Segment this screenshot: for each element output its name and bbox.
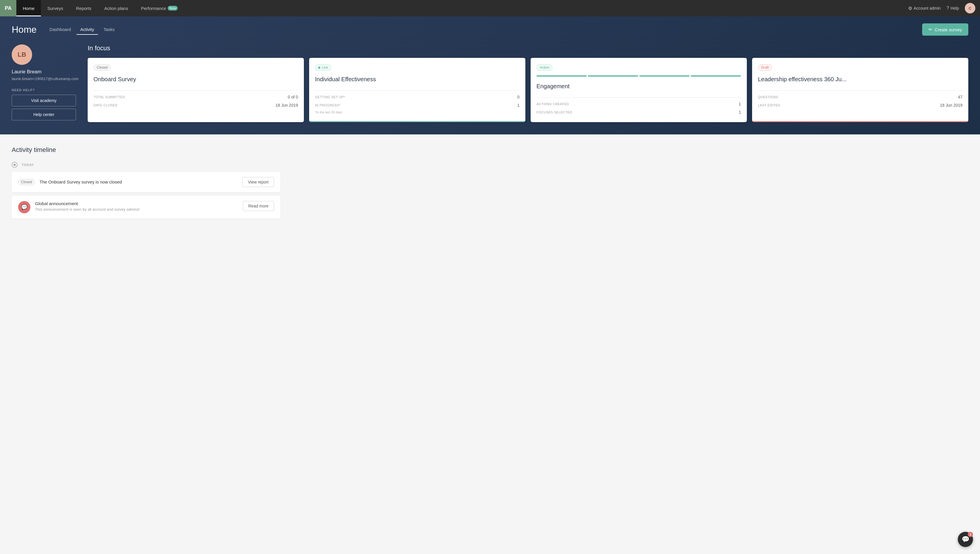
create-survey-button[interactable]: ✏ Create survey: [922, 23, 968, 36]
profile-avatar: LB: [12, 45, 32, 65]
timeline-label-row: TODAY: [12, 162, 280, 168]
bottom-section: Activity timeline TODAY Closed The Onboa…: [0, 134, 980, 240]
header-left: Home Dashboard Activity Tasks: [12, 24, 119, 35]
card-title-leadership: Leadership effectiveness 360 Ju...: [758, 75, 963, 83]
visit-academy-button[interactable]: Visit academy: [12, 95, 76, 107]
survey-card-individual[interactable]: Live Individual Effectiveness GETTING SE…: [309, 58, 525, 122]
help-button[interactable]: ? Help: [947, 6, 959, 11]
card-badge-closed: Closed: [94, 64, 111, 71]
help-center-button[interactable]: Help center: [12, 109, 76, 120]
card-title-engagement: Engagement: [536, 83, 741, 90]
card-badge-draft: Draft: [758, 64, 772, 71]
progress-bar-seg-1: [536, 75, 587, 76]
card-badge-live: Live: [315, 64, 331, 71]
timeline-day-label: TODAY: [22, 163, 34, 167]
progress-bar-seg-2: [588, 75, 638, 76]
nav-item-performance[interactable]: Performance New: [134, 0, 184, 16]
performance-badge: New: [168, 6, 178, 11]
logo: PA: [0, 0, 16, 16]
activity-title: Activity timeline: [12, 146, 280, 154]
create-survey-icon: ✏: [929, 27, 932, 32]
announcement-title: Global announcement: [35, 201, 238, 206]
announcement-subtitle: This announcement is seen by all account…: [35, 207, 238, 212]
card-stat: DATE CLOSED 18 Jun 2019: [94, 101, 298, 109]
account-admin-label: Account admin: [914, 6, 941, 11]
view-report-button[interactable]: View report: [242, 177, 274, 187]
card-stat: GETTING SET UP* 0: [315, 93, 520, 101]
nav-item-home[interactable]: Home: [16, 0, 41, 16]
timeline-circle: [12, 162, 18, 168]
navigation: PA Home Surveys Reports Action plans Per…: [0, 0, 980, 16]
timeline-section: Activity timeline TODAY Closed The Onboa…: [12, 146, 280, 218]
card-stat: TOTAL SUBMITTED 0 of 0: [94, 93, 298, 101]
account-admin-button[interactable]: ⚙ Account admin: [908, 6, 941, 11]
card-stat: LAST EDITED 18 Jun 2019: [758, 101, 963, 109]
card-stat: IN PROGRESS* 1: [315, 101, 520, 109]
nav-right: ⚙ Account admin ? Help C: [908, 0, 980, 16]
card-footnote: *In the last 30 days: [315, 109, 520, 114]
activity-card-survey-closed[interactable]: Closed The Onboard Survey survey is now …: [12, 172, 280, 192]
nav-items: Home Surveys Reports Action plans Perfor…: [16, 0, 908, 16]
header-tabs: Dashboard Activity Tasks: [45, 25, 119, 35]
dashboard-body: LB Laurie Bream laurie.bream+190617@cult…: [12, 36, 968, 134]
progress-bar-seg-4: [691, 75, 741, 76]
read-more-button[interactable]: Read more: [243, 201, 274, 211]
progress-bar-seg-3: [639, 75, 690, 76]
cards-row: Closed Onboard Survey TOTAL SUBMITTED 0 …: [88, 58, 968, 122]
activity-badge-closed: Closed: [18, 179, 35, 185]
announcement-body: Global announcement This announcement is…: [35, 201, 238, 212]
timeline-circle-inner: [13, 164, 16, 166]
help-icon: ?: [947, 6, 949, 11]
tab-tasks[interactable]: Tasks: [99, 25, 119, 35]
card-stat: ACTIONS CREATED 1: [536, 100, 741, 108]
card-title-individual: Individual Effectiveness: [315, 75, 520, 83]
card-title-onboard: Onboard Survey: [94, 75, 298, 83]
activity-text-closed: The Onboard Survey survey is now closed: [40, 180, 237, 185]
need-help-label: NEED HELP?: [12, 88, 76, 92]
survey-card-leadership[interactable]: Draft Leadership effectiveness 360 Ju...…: [752, 58, 968, 122]
tab-activity[interactable]: Activity: [76, 25, 99, 35]
profile-email: laurie.bream+190617@cultureamp.com: [12, 76, 76, 82]
progress-bars: [536, 75, 741, 76]
card-stat: FOCUSES SELECTED 1: [536, 108, 741, 116]
profile-name: Laurie Bream: [12, 69, 76, 75]
announcement-icon: 💬: [18, 201, 30, 213]
tab-dashboard[interactable]: Dashboard: [45, 25, 75, 35]
survey-card-onboard[interactable]: Closed Onboard Survey TOTAL SUBMITTED 0 …: [88, 58, 304, 122]
gear-icon: ⚙: [908, 6, 912, 11]
in-focus-section: In focus Closed Onboard Survey TOTAL SUB…: [88, 45, 968, 122]
live-dot: [318, 67, 320, 68]
card-stat: QUESTIONS 47: [758, 93, 963, 101]
create-survey-label: Create survey: [935, 27, 962, 32]
page-title: Home: [12, 24, 37, 35]
nav-item-surveys[interactable]: Surveys: [41, 0, 70, 16]
survey-card-engagement[interactable]: Action Engagement ACTIONS CREATED 1: [531, 58, 747, 122]
in-focus-title: In focus: [88, 45, 968, 52]
user-avatar[interactable]: C: [965, 3, 975, 13]
header-top: Home Dashboard Activity Tasks ✏ Create s…: [12, 16, 968, 36]
announcement-card[interactable]: 💬 Global announcement This announcement …: [12, 196, 280, 218]
help-label: Help: [950, 6, 959, 11]
nav-item-reports[interactable]: Reports: [70, 0, 98, 16]
nav-item-action-plans[interactable]: Action plans: [98, 0, 135, 16]
card-badge-action: Action: [536, 64, 552, 71]
header-section: Home Dashboard Activity Tasks ✏ Create s…: [0, 16, 980, 134]
profile-section: LB Laurie Bream laurie.bream+190617@cult…: [12, 45, 76, 123]
